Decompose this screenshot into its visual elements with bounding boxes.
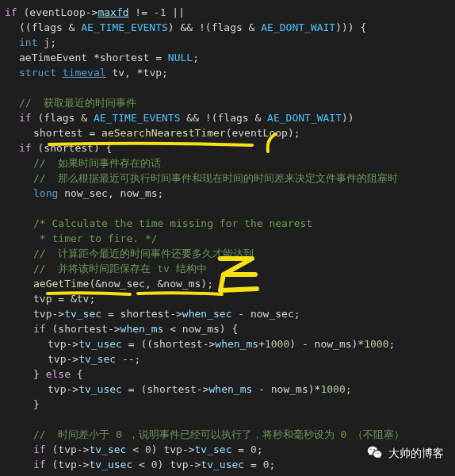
code-line: aeGetTime(&now_sec, &now_ms);	[5, 276, 455, 291]
code-line: aeTimeEvent *shortest = NULL;	[5, 50, 455, 65]
code-line: int j;	[5, 35, 455, 50]
comment-line: // 并将该时间距保存在 tv 结构中	[5, 261, 455, 276]
code-line: tvp->tv_usec = (shortest->when_ms - now_…	[5, 382, 455, 397]
watermark-text: 大帅的博客	[388, 446, 444, 461]
comment-line: // 如果时间事件存在的话	[5, 155, 455, 171]
comment-line: // 获取最近的时间事件	[5, 95, 455, 110]
code-line: tvp->tv_sec --;	[5, 351, 455, 367]
comment-line: /* Calculate the time missing for the ne…	[5, 216, 455, 231]
blank-line	[5, 80, 455, 95]
code-line: ((flags & AE_TIME_EVENTS) && !(flags & A…	[5, 20, 455, 35]
code-line: shortest = aeSearchNearestTimer(eventLoo…	[5, 125, 455, 140]
comment-line: * timer to fire. */	[5, 231, 455, 246]
code-line: if (shortest->when_ms < now_ms) {	[5, 321, 455, 336]
code-line: if (eventLoop->maxfd != -1 ||	[5, 5, 455, 20]
watermark: 大帅的博客	[366, 444, 444, 462]
comment-line: // 那么根据最近可执行时间事件和现在时间的时间差来决定文件事件的阻塞时	[5, 171, 455, 186]
code-line: } else {	[5, 367, 455, 382]
code-line: }	[5, 397, 455, 412]
code-line: if (shortest) {	[5, 140, 455, 155]
code-line: long now_sec, now_ms;	[5, 186, 455, 201]
code-viewer: if (eventLoop->maxfd != -1 || ((flags & …	[5, 5, 455, 472]
code-line: tvp->tv_usec = ((shortest->when_ms+1000)…	[5, 336, 455, 351]
code-line: struct timeval tv, *tvp;	[5, 65, 455, 80]
code-line: if (flags & AE_TIME_EVENTS && !(flags & …	[5, 110, 455, 125]
blank-line	[5, 201, 455, 216]
blank-line	[5, 412, 455, 427]
code-line: tvp->tv_sec = shortest->when_sec - now_s…	[5, 306, 455, 321]
comment-line: // 计算距今最近的时间事件还要多久才能达到	[5, 246, 455, 261]
comment-line: // 时间差小于 0 ，说明事件已经可以执行了，将秒和毫秒设为 0 （不阻塞）	[5, 427, 455, 442]
code-line: tvp = &tv;	[5, 291, 455, 306]
wechat-icon	[366, 444, 384, 462]
